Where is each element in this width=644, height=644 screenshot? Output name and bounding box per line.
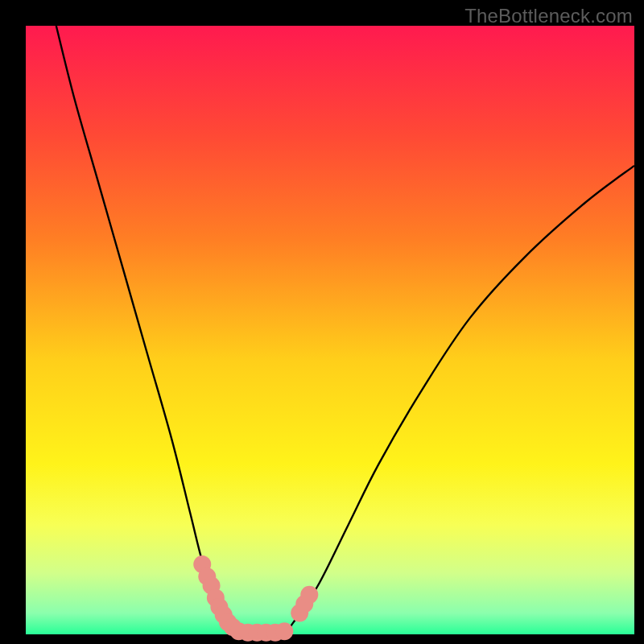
bottleneck-chart <box>0 0 644 644</box>
watermark-text: TheBottleneck.com <box>464 5 633 27</box>
marker-dot <box>275 622 293 640</box>
gradient-background <box>26 26 634 634</box>
chart-container: TheBottleneck.com <box>0 0 644 644</box>
marker-dot <box>300 586 318 604</box>
